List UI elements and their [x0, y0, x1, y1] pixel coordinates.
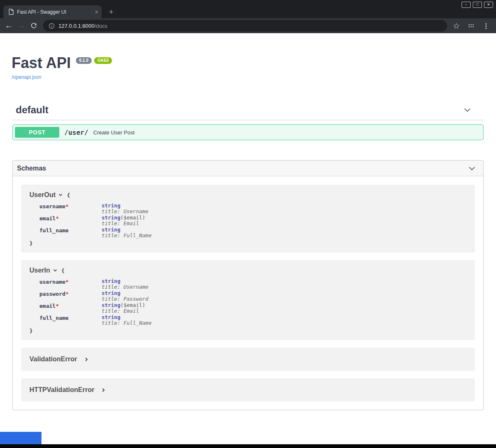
api-title-row: Fast API 0.1.0 OAS3: [12, 56, 484, 71]
property-type-line: string: [102, 290, 151, 296]
chevron-down-icon: [58, 192, 63, 197]
chevron-down-icon[interactable]: [467, 164, 477, 173]
tag-section-default: default: [12, 104, 484, 120]
bookmark-star-icon[interactable]: [451, 21, 461, 31]
property-type-line: string: [102, 202, 151, 209]
window-controls: – □ ✕: [462, 2, 493, 8]
chevron-right-icon: [84, 357, 89, 362]
property-name-cell: full_name: [39, 226, 102, 239]
property-type: string: [102, 202, 120, 209]
model-name: UserOut: [29, 191, 56, 199]
open-brace: {: [67, 192, 70, 198]
site-info-icon[interactable]: [48, 22, 55, 29]
property-name-cell: email*: [39, 302, 102, 314]
property-format: ($email): [120, 214, 145, 221]
close-button[interactable]: ✕: [484, 2, 493, 8]
new-tab-button[interactable]: +: [106, 7, 116, 17]
required-star: *: [66, 291, 69, 297]
property-type-line: string($email): [102, 302, 151, 308]
property-name: full_name: [39, 315, 68, 321]
property-desc-cell: string title: Full_Name: [102, 226, 151, 239]
model-userout: UserOut { username* string title: Userna…: [21, 185, 475, 253]
opblock-summary[interactable]: POST /user/ Create User Post: [13, 125, 483, 140]
required-star: *: [56, 215, 59, 222]
chevron-right-icon: [101, 387, 106, 393]
property-type-line: string: [102, 226, 151, 233]
url-path: /docs: [95, 23, 107, 29]
property-name-cell: full_name: [39, 314, 102, 326]
property-title: title: Email: [102, 308, 151, 314]
model-userin: UserIn { username* string title: Usernam…: [21, 260, 475, 340]
model-toggle[interactable]: UserOut {: [29, 191, 467, 199]
property-title: title: Full_Name: [102, 320, 151, 326]
model-toggle[interactable]: UserIn {: [29, 266, 467, 275]
opblock-post-user: POST /user/ Create User Post: [12, 124, 484, 140]
tab-close-icon[interactable]: ×: [95, 9, 98, 15]
property-desc-cell: string title: Full_Name: [102, 314, 151, 326]
tag-section-toggle[interactable]: default: [12, 104, 484, 120]
property-row: email* string($email) title: Email: [39, 214, 151, 226]
page-favicon-icon: [8, 9, 14, 15]
property-type: string: [102, 314, 120, 320]
property-name: full_name: [39, 227, 68, 234]
schemas-body: UserOut { username* string title: Userna…: [13, 176, 483, 410]
minimize-button[interactable]: –: [462, 2, 471, 8]
chevron-down-icon: [53, 268, 58, 273]
api-info-section: Fast API 0.1.0 OAS3 /openapi.json: [0, 33, 496, 80]
property-name: username: [39, 279, 66, 285]
property-title: title: Username: [102, 284, 151, 290]
close-brace: }: [29, 240, 467, 246]
model-httpvalidationerror[interactable]: HTTPValidationError: [21, 378, 475, 402]
required-star: *: [56, 303, 59, 309]
oas3-badge: OAS3: [94, 57, 112, 64]
property-type-line: string: [102, 314, 151, 320]
model-validationerror[interactable]: ValidationError: [21, 348, 475, 371]
property-desc-cell: string($email) title: Email: [102, 214, 151, 226]
openapi-spec-link[interactable]: /openapi.json: [12, 74, 41, 80]
property-desc-cell: string title: Username: [102, 278, 151, 290]
property-row: full_name string title: Full_Name: [39, 314, 151, 326]
property-type: string: [102, 214, 120, 221]
browser-tab[interactable]: Fast API - Swagger UI ×: [3, 5, 102, 18]
address-bar[interactable]: 127.0.0.1:8000/docs: [43, 20, 447, 32]
back-button[interactable]: ←: [2, 19, 15, 32]
browser-toolbar: ← → 127.0.0.1:8000/docs ⋮: [0, 18, 496, 33]
property-title: title: Full_Name: [102, 233, 151, 239]
property-title: title: Username: [102, 209, 151, 214]
property-row: username* string title: Username: [39, 278, 151, 290]
property-row: email* string($email) title: Email: [39, 302, 151, 314]
model-name: ValidationError: [29, 355, 77, 363]
version-badge: 0.1.0: [76, 57, 92, 64]
property-type: string: [102, 278, 120, 284]
reload-button[interactable]: [27, 19, 40, 32]
menu-kebab-icon[interactable]: ⋮: [481, 21, 491, 31]
toolbar-right-icons: ⋮: [450, 21, 494, 31]
property-name-cell: email*: [39, 214, 102, 226]
property-type-line: string($email): [102, 214, 151, 221]
url-text: 127.0.0.1:8000/docs: [58, 23, 107, 29]
model-properties: username* string title: Username email* …: [39, 202, 151, 239]
schemas-toggle[interactable]: Schemas: [13, 161, 483, 176]
forward-button[interactable]: →: [15, 19, 27, 32]
property-type: string: [102, 290, 120, 296]
chevron-down-icon[interactable]: [463, 105, 472, 114]
maximize-button[interactable]: □: [473, 2, 482, 8]
property-row: full_name string title: Full_Name: [39, 226, 151, 239]
property-title: title: Email: [102, 221, 151, 226]
property-desc-cell: string title: Username: [102, 202, 151, 214]
http-method-badge: POST: [15, 127, 59, 138]
schemas-section: Schemas UserOut {: [12, 160, 484, 410]
property-name-cell: username*: [39, 202, 102, 214]
required-star: *: [66, 279, 69, 285]
property-name-cell: password*: [39, 290, 102, 302]
apps-grid-icon[interactable]: [466, 21, 476, 31]
property-desc-cell: string title: Password: [102, 290, 151, 302]
property-format: ($email): [120, 302, 145, 308]
property-type: string: [102, 226, 120, 233]
property-type: string: [102, 302, 120, 308]
bottom-left-blue-panel: [0, 432, 41, 444]
property-title: title: Password: [102, 296, 151, 302]
model-name: UserIn: [29, 267, 50, 274]
schemas-title: Schemas: [17, 165, 46, 172]
property-name: password: [39, 291, 66, 297]
